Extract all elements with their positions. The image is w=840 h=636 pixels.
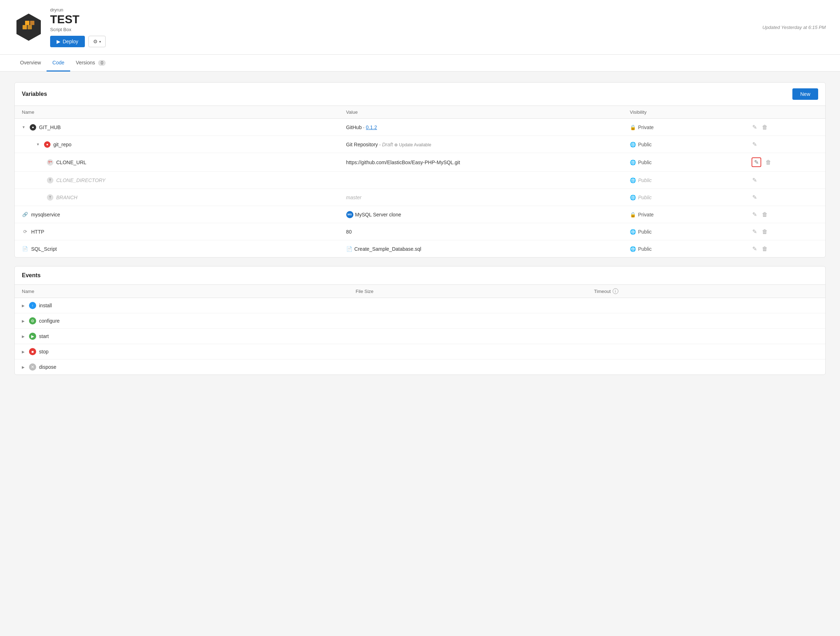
visibility-label: Private xyxy=(638,212,654,217)
globe-icon: 🌐 xyxy=(630,178,636,183)
var-value-text: Create_Sample_Database.sql xyxy=(354,246,422,252)
table-row: T* CLONE_URL https://github.com/ElasticB… xyxy=(15,153,825,172)
event-timeout xyxy=(587,313,825,329)
var-name-label: GIT_HUB xyxy=(39,124,61,130)
table-row: ▶ ↑ install xyxy=(15,298,825,313)
edit-button[interactable]: ✎ xyxy=(752,228,758,236)
var-value-prefix: GitHub · xyxy=(346,124,366,130)
var-name-label: CLONE_DIRECTORY xyxy=(56,178,106,183)
edit-button[interactable]: ✎ xyxy=(752,245,758,253)
configure-icon: ⚙ xyxy=(29,317,36,324)
table-row: ▶ ⚙ configure xyxy=(15,313,825,329)
draft-badge: Draft xyxy=(382,142,393,147)
var-name-cell: ⟳ HTTP xyxy=(22,228,332,235)
variables-header: Variables New xyxy=(15,83,825,106)
link-icon: 🔗 xyxy=(22,211,28,218)
mysql-badge: MS MySQL Server clone xyxy=(346,211,401,218)
start-icon: ▶ xyxy=(29,333,36,340)
var-name-label: SQL_Script xyxy=(31,246,57,252)
events-header: Events xyxy=(15,266,825,285)
var-value-italic: master xyxy=(346,195,362,200)
visibility-cell: 🔒 Private xyxy=(630,212,737,217)
visibility-label: Public xyxy=(638,229,652,235)
events-col-filesize: File Size xyxy=(348,285,587,298)
timeout-text: Timeout xyxy=(594,289,611,294)
row-actions: ✎ 🗑 xyxy=(752,157,818,167)
expand-icon[interactable]: ▶ xyxy=(22,334,25,338)
svg-rect-3 xyxy=(25,21,29,25)
var-name-label: BRANCH xyxy=(56,195,77,200)
settings-button[interactable]: ⚙ ▾ xyxy=(88,36,106,47)
row-actions: ✎ xyxy=(752,176,818,184)
http-icon: ⟳ xyxy=(22,228,28,235)
var-name-cell: 🔗 mysqlservice xyxy=(22,211,332,218)
ms-icon: MS xyxy=(346,211,354,218)
row-actions: ✎ 🗑 xyxy=(752,210,818,219)
expand-icon[interactable]: ▼ xyxy=(22,125,25,129)
edit-button[interactable]: ✎ xyxy=(752,176,758,184)
visibility-cell: 🌐 Public xyxy=(630,178,737,183)
globe-icon: 🌐 xyxy=(630,195,636,200)
var-name-label: mysqlservice xyxy=(31,212,60,217)
events-col-timeout: Timeout i xyxy=(587,285,825,298)
col-value-header: Value xyxy=(339,106,623,119)
delete-button[interactable]: 🗑 xyxy=(761,123,768,131)
var-value-link[interactable]: 0.1.2 xyxy=(366,124,377,130)
delete-button[interactable]: 🗑 xyxy=(761,245,768,253)
tab-versions-label: Versions xyxy=(76,60,95,66)
deploy-button[interactable]: ▶ Deploy xyxy=(50,36,85,47)
updated-timestamp: Updated Yesterday at 6:15 PM xyxy=(762,25,826,30)
expand-icon[interactable]: ▶ xyxy=(22,319,25,323)
tab-overview[interactable]: Overview xyxy=(14,55,47,72)
header-left: dryrun TEST Script Box ▶ Deploy ⚙ ▾ xyxy=(14,7,106,47)
new-variable-button[interactable]: New xyxy=(793,88,818,100)
tab-code[interactable]: Code xyxy=(47,55,70,72)
app-logo xyxy=(14,13,43,41)
table-row: ⟳ HTTP 80 🌐 Public xyxy=(15,223,825,240)
edit-button[interactable]: ✎ xyxy=(752,123,758,131)
table-row: ▼ ● git_repo Git Repository · Draft ⊕ Up… xyxy=(15,136,825,153)
table-row: T BRANCH master 🌐 Public xyxy=(15,189,825,206)
event-timeout xyxy=(587,359,825,375)
variables-card: Variables New Name Value Visibility xyxy=(14,82,826,258)
globe-icon: 🌐 xyxy=(630,229,636,235)
edit-button[interactable]: ✎ xyxy=(752,140,758,148)
visibility-label: Public xyxy=(638,195,652,200)
delete-button[interactable]: 🗑 xyxy=(761,211,768,219)
visibility-label: Public xyxy=(638,246,652,252)
edit-button[interactable]: ✎ xyxy=(752,193,758,202)
git-repo-icon: ● xyxy=(44,141,51,148)
tab-versions[interactable]: Versions 0 xyxy=(70,55,111,72)
var-name-label: CLONE_URL xyxy=(56,159,86,165)
table-row: ▼ ● GIT_HUB GitHub · 0.1.2 🔒 xyxy=(15,119,825,136)
delete-button[interactable]: 🗑 xyxy=(761,228,768,236)
edit-button[interactable]: ✎ xyxy=(752,157,761,167)
lock-icon: 🔒 xyxy=(630,212,636,217)
var-name-cell: T* CLONE_URL xyxy=(22,159,332,165)
text-required-icon: T* xyxy=(47,159,53,165)
expand-icon[interactable]: ▶ xyxy=(22,365,25,369)
delete-button[interactable]: 🗑 xyxy=(765,159,772,166)
edit-button[interactable]: ✎ xyxy=(752,210,758,219)
event-filesize xyxy=(348,313,587,329)
file-icon: 📄 xyxy=(22,246,28,252)
var-value-text: Git Repository · xyxy=(346,142,382,147)
row-actions: ✎ xyxy=(752,140,818,148)
event-filesize xyxy=(348,344,587,359)
expand-icon[interactable]: ▶ xyxy=(22,350,25,354)
events-table-header: Name File Size Timeout i xyxy=(15,285,825,298)
app-subtitle: Script Box xyxy=(50,27,106,32)
install-icon: ↑ xyxy=(29,302,36,309)
nav-tabs: Overview Code Versions 0 xyxy=(0,55,840,72)
event-name-cell: ▶ ✕ dispose xyxy=(22,364,341,371)
text-icon: T xyxy=(47,177,53,184)
event-filesize xyxy=(348,329,587,344)
info-icon[interactable]: i xyxy=(613,288,618,294)
events-table: Name File Size Timeout i xyxy=(15,285,825,375)
lock-icon: 🔒 xyxy=(630,124,636,130)
file-value-cell: 📄 Create_Sample_Database.sql xyxy=(346,246,616,252)
expand-icon[interactable]: ▶ xyxy=(22,304,25,308)
expand-icon[interactable]: ▼ xyxy=(36,142,40,146)
dispose-icon: ✕ xyxy=(29,364,36,371)
visibility-label: Public xyxy=(638,142,652,147)
